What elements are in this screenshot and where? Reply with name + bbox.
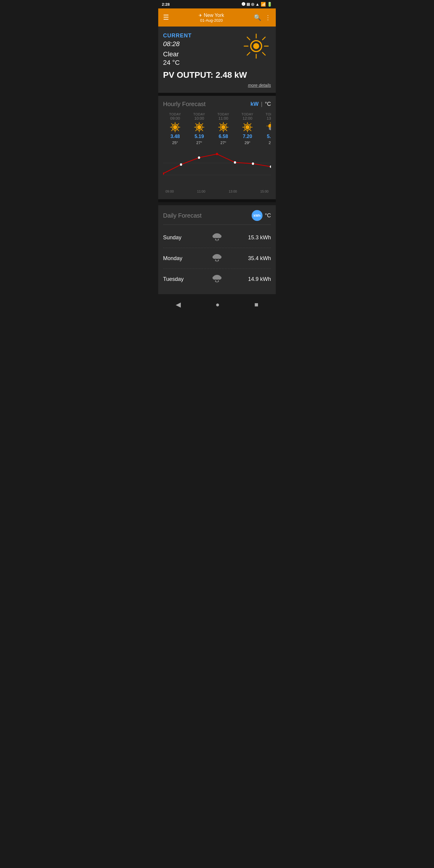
search-button[interactable]: 🔍: [254, 14, 261, 21]
more-button[interactable]: ⋮: [265, 14, 271, 21]
svg-rect-92: [215, 259, 216, 261]
daily-divider: [163, 224, 271, 225]
svg-line-27: [202, 130, 203, 131]
hourly-section: Hourly Forecast kW | °C TODAY 09:00: [158, 96, 276, 199]
svg-point-77: [180, 163, 182, 166]
svg-point-1: [253, 43, 259, 49]
rain-icon-monday: [210, 252, 224, 265]
hourly-scroll[interactable]: TODAY 09:00 3.48 25° TODAY 10:00: [163, 111, 271, 146]
kwh-tuesday: 14.9 kWh: [224, 276, 271, 282]
chart-label-0: 09:00: [165, 190, 174, 193]
svg-line-19: [172, 130, 173, 131]
daily-unit-c[interactable]: °C: [265, 213, 271, 219]
svg-rect-88: [218, 239, 219, 241]
daily-header: Daily Forecast kWh °C: [163, 210, 271, 221]
svg-point-82: [270, 165, 271, 168]
unit-kwh-button[interactable]: kWh: [252, 210, 262, 221]
city-name: ✈ New York: [198, 13, 224, 18]
current-pv: PV OUTPUT: 2.48 kW: [163, 70, 271, 80]
rec-icon: ◎: [251, 2, 254, 6]
unit-kw-button[interactable]: kW: [250, 101, 258, 107]
location-icon: ✈: [198, 13, 202, 18]
status-bar: 2:28 🅐 ▤ ◎ ▲ 📶 🔋: [158, 0, 276, 8]
daily-item-sunday: Sunday 15.3 kWh: [163, 227, 271, 248]
header-actions: 🔍 ⋮: [254, 14, 271, 21]
chart-label-2: 13:00: [229, 190, 237, 193]
pv-label: PV OUTPUT:: [163, 70, 213, 80]
svg-line-26: [195, 124, 197, 125]
sun-weather-icon: [194, 122, 205, 133]
unit-celsius-button[interactable]: °C: [265, 101, 271, 107]
svg-point-79: [216, 153, 218, 155]
svg-point-20: [197, 125, 201, 129]
status-icons: 🅐 ▤ ◎ ▲ 📶 🔋: [242, 2, 272, 7]
svg-rect-99: [217, 281, 217, 283]
daily-unit-toggle: kWh °C: [252, 210, 271, 221]
daily-title: Daily Forecast: [163, 212, 202, 219]
recent-button[interactable]: ■: [254, 301, 258, 309]
hourly-time-label: 09:00: [170, 116, 180, 121]
hourly-day-label: TODAY: [169, 113, 181, 116]
svg-point-91: [217, 255, 221, 259]
svg-line-48: [250, 124, 251, 125]
svg-point-10: [173, 125, 177, 129]
hourly-unit-toggle: kW | °C: [250, 101, 271, 107]
battery-icon: 🔋: [267, 2, 272, 7]
svg-rect-86: [215, 239, 216, 241]
hourly-items: TODAY 09:00 3.48 25° TODAY 10:00: [163, 111, 271, 146]
chart-label-3: 15:00: [260, 190, 269, 193]
back-button[interactable]: ◀: [176, 301, 181, 309]
svg-rect-93: [217, 260, 217, 262]
svg-rect-98: [215, 280, 216, 282]
sun-weather-icon: [218, 122, 229, 133]
hourly-temp-value: 25°: [172, 141, 178, 145]
menu-button[interactable]: ☰: [163, 13, 169, 22]
hourly-item: TODAY 09:00 3.48 25°: [163, 111, 187, 146]
hourly-title: Hourly Forecast: [163, 101, 206, 107]
section-divider-1: [158, 93, 276, 96]
hourly-kw-value: 5.19: [194, 134, 204, 139]
hourly-header: Hourly Forecast kW | °C: [163, 101, 271, 107]
svg-point-90: [213, 255, 217, 259]
chart-labels: 09:00 11:00 13:00 15:00: [163, 188, 271, 194]
current-section: CURRENT 08:28 Clear 24 °C PV OUTPUT: 2.4…: [158, 27, 276, 93]
svg-line-9: [247, 53, 250, 55]
hourly-chart: 09:00 11:00 13:00 15:00: [163, 149, 271, 194]
hourly-kw-value: 3.48: [170, 134, 180, 139]
svg-line-38: [226, 124, 227, 125]
hourly-kw-value: 6.58: [218, 134, 228, 139]
location-date: 01-Aug-2020: [198, 18, 224, 23]
home-button[interactable]: ●: [216, 301, 219, 309]
svg-point-97: [217, 276, 221, 280]
more-details-link[interactable]: more details: [163, 83, 271, 88]
hourly-temp-value: 29°: [244, 141, 250, 145]
svg-line-8: [262, 37, 265, 40]
daily-section: Daily Forecast kWh °C Sunday 15.3 kWh Mo…: [158, 205, 276, 294]
hourly-time-label: 13:00: [267, 116, 271, 121]
daily-item-tuesday: Tuesday 14.9 kWh: [163, 269, 271, 289]
nav-bar: ◀ ● ■: [158, 297, 276, 312]
svg-rect-100: [218, 280, 219, 282]
svg-line-29: [195, 130, 197, 131]
hourly-temp-value: 27°: [196, 141, 202, 145]
svg-point-81: [252, 162, 254, 165]
svg-line-6: [247, 37, 250, 40]
hourly-day-label: TODAY: [217, 113, 229, 116]
svg-line-49: [244, 130, 245, 131]
daily-item-monday: Monday 35.4 kWh: [163, 248, 271, 269]
svg-line-47: [250, 130, 251, 131]
header-location: ✈ New York 01-Aug-2020: [198, 13, 224, 23]
kwh-monday: 35.4 kWh: [224, 255, 271, 261]
hourly-day-label: TODAY: [241, 113, 253, 116]
svg-point-84: [213, 235, 217, 238]
svg-line-7: [262, 53, 265, 55]
sun-weather-icon: [170, 122, 181, 133]
hourly-day-label: TODAY: [193, 113, 205, 116]
svg-rect-87: [217, 239, 217, 241]
chart-label-1: 11:00: [197, 190, 206, 193]
svg-line-36: [220, 124, 221, 125]
section-divider-2: [158, 199, 276, 202]
status-time: 2:28: [162, 2, 170, 7]
rain-icon-tuesday: [210, 273, 224, 286]
svg-line-46: [244, 124, 245, 125]
